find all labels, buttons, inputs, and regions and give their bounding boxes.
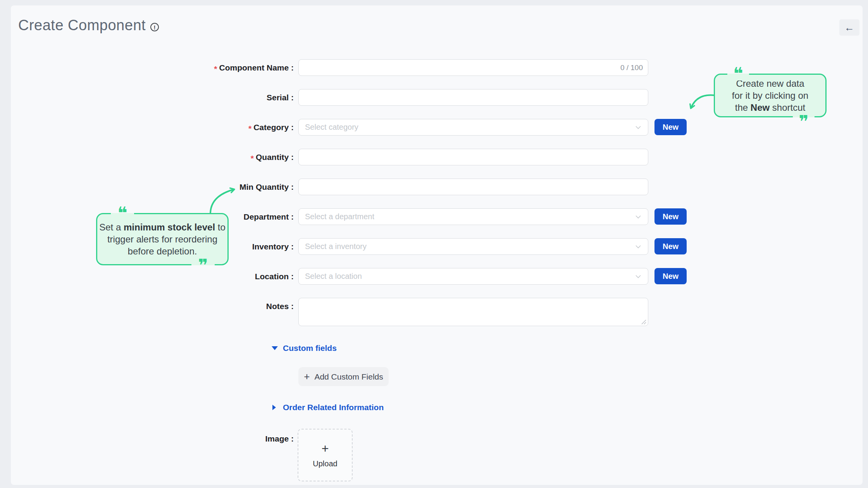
required-asterisk: * [214, 64, 217, 74]
image-label: Image : [265, 430, 294, 447]
field-row-min-quantity: Min Quantity : [0, 179, 868, 195]
add-custom-fields-button[interactable]: + Add Custom Fields [298, 367, 389, 386]
chevron-down-icon [635, 214, 641, 220]
serial-input[interactable] [298, 89, 648, 106]
quantity-label: * Quantity : [251, 149, 294, 165]
notes-label: Notes : [266, 298, 294, 314]
custom-fields-section-label: Custom fields [283, 344, 337, 353]
field-row-category: * Category : Select category New [0, 119, 868, 136]
page-title: Create Component [18, 17, 146, 34]
inventory-select[interactable]: Select a inventory [298, 238, 648, 255]
quantity-input[interactable] [298, 149, 648, 165]
tooltip-min-stock-level: Set a minimum stock level totrigger aler… [96, 213, 229, 265]
location-select[interactable]: Select a location [298, 268, 648, 285]
back-button[interactable]: ← [839, 19, 859, 36]
min-quantity-input[interactable] [298, 179, 648, 195]
department-label: Department : [243, 208, 294, 225]
close-quote-icon: ❞ [191, 258, 215, 273]
info-icon[interactable]: ! [150, 23, 159, 31]
required-asterisk: * [248, 124, 251, 133]
order-related-information-section-toggle[interactable]: Order Related Information [0, 402, 310, 413]
resize-handle[interactable] [640, 319, 646, 325]
image-upload-dropzone[interactable]: + Upload [298, 429, 353, 481]
chevron-down-icon [635, 273, 641, 280]
component-name-label: * Component Name : [214, 59, 294, 76]
category-new-button[interactable]: New [654, 119, 687, 135]
notes-textarea[interactable] [298, 298, 648, 326]
chevron-down-icon [635, 244, 641, 250]
custom-fields-section-toggle[interactable]: Custom fields [0, 343, 310, 354]
location-label: Location : [255, 268, 294, 285]
plus-icon: + [304, 371, 310, 381]
order-related-information-section-label: Order Related Information [283, 403, 384, 412]
min-quantity-label: Min Quantity : [239, 179, 294, 195]
caret-right-icon [272, 405, 276, 410]
inventory-new-button[interactable]: New [654, 238, 687, 254]
field-row-notes: Notes : [0, 298, 868, 326]
back-arrow-icon: ← [844, 22, 854, 34]
caret-down-icon [272, 346, 278, 350]
required-asterisk: * [251, 154, 254, 163]
open-quote-icon: ❝ [727, 67, 749, 81]
inventory-label: Inventory : [252, 238, 294, 255]
department-select[interactable]: Select a department [298, 208, 648, 225]
location-placeholder: Select a location [305, 272, 362, 281]
field-row-quantity: * Quantity : [0, 149, 868, 165]
info-icon-glyph: ! [154, 24, 156, 30]
chevron-down-icon [635, 124, 641, 131]
department-new-button[interactable]: New [654, 208, 687, 225]
open-quote-icon: ❝ [111, 206, 134, 220]
serial-label: Serial : [267, 89, 294, 106]
inventory-placeholder: Select a inventory [305, 242, 367, 251]
upload-label: Upload [313, 459, 337, 468]
department-placeholder: Select a department [305, 212, 374, 221]
category-placeholder: Select category [305, 123, 358, 132]
character-counter: 0 / 100 [620, 59, 643, 76]
close-quote-icon: ❞ [793, 115, 815, 129]
field-row-location: Location : Select a location New [0, 268, 868, 285]
component-name-input[interactable] [298, 59, 648, 76]
plus-icon: + [322, 442, 329, 455]
location-new-button[interactable]: New [654, 268, 687, 284]
category-label: * Category : [248, 119, 294, 136]
curved-arrow-to-new-button [682, 89, 721, 116]
category-select[interactable]: Select category [298, 119, 648, 136]
curved-arrow-to-min-quantity [205, 182, 240, 217]
field-row-image: Image : [0, 429, 868, 481]
